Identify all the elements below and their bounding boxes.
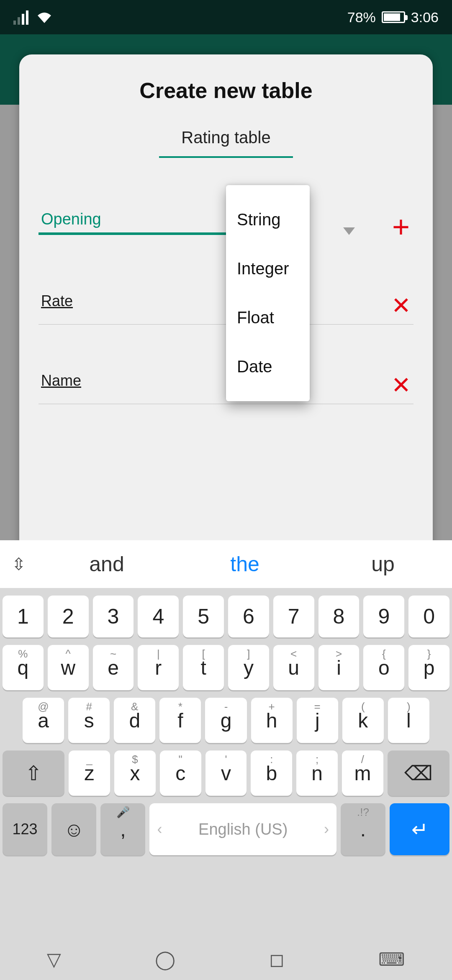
suggestion-3[interactable]: up: [314, 552, 452, 576]
modal-title: Create new table: [39, 78, 413, 103]
key-n[interactable]: ;n: [296, 750, 338, 796]
field-name-label[interactable]: Rate: [39, 288, 189, 314]
battery-icon: [382, 11, 405, 23]
key-e[interactable]: ~e: [93, 645, 134, 690]
battery-percentage: 78%: [347, 9, 376, 26]
nav-bar: ▽ ◯ ◻ ⌨: [0, 938, 452, 980]
key-c[interactable]: "c: [160, 750, 201, 796]
key-j[interactable]: =j: [297, 698, 338, 743]
backspace-icon: ⌫: [404, 761, 433, 785]
add-field-button[interactable]: +: [388, 218, 413, 235]
key-s[interactable]: #s: [68, 698, 110, 743]
table-name-input[interactable]: [159, 128, 293, 158]
nav-recent-icon[interactable]: ◻: [269, 949, 285, 970]
key-space[interactable]: ‹ English (US) ›: [149, 803, 336, 855]
key-row-numbers: 1 2 3 4 5 6 7 8 9 0: [3, 596, 449, 637]
key-w[interactable]: ^w: [48, 645, 89, 690]
soft-keyboard: ⇳ and the up 1 2 3 4 5 6 7 8 9 0 %q ^w ~…: [0, 540, 452, 980]
enter-icon: ↵: [411, 818, 428, 841]
dropdown-item-integer[interactable]: Integer: [226, 244, 310, 293]
key-v[interactable]: 'v: [205, 750, 247, 796]
emoji-icon: ☺: [64, 818, 84, 841]
key-i[interactable]: >i: [318, 645, 360, 690]
key-9[interactable]: 9: [363, 596, 404, 637]
nav-keyboard-icon[interactable]: ⌨: [378, 949, 405, 970]
nav-home-icon[interactable]: ◯: [155, 949, 175, 970]
key-m[interactable]: /m: [342, 750, 383, 796]
key-x[interactable]: $x: [114, 750, 156, 796]
wifi-icon: [36, 11, 53, 25]
key-f[interactable]: *f: [159, 698, 201, 743]
key-y[interactable]: ]y: [228, 645, 269, 690]
key-shift[interactable]: ⇧: [3, 750, 64, 796]
suggestion-1[interactable]: and: [38, 552, 176, 576]
key-q[interactable]: %q: [3, 645, 44, 690]
key-backspace[interactable]: ⌫: [388, 750, 449, 796]
field-name-input[interactable]: [39, 206, 242, 235]
chevron-down-icon[interactable]: [343, 227, 355, 235]
key-l[interactable]: )l: [388, 698, 429, 743]
key-t[interactable]: [t: [183, 645, 224, 690]
dropdown-item-string[interactable]: String: [226, 195, 310, 244]
dropdown-item-float[interactable]: Float: [226, 293, 310, 342]
nav-back-icon[interactable]: ▽: [47, 949, 61, 970]
key-3[interactable]: 3: [93, 596, 134, 637]
status-bar: 78% 3:06: [0, 0, 452, 34]
key-row-3: ⇧ _z $x "c 'v :b ;n /m ⌫: [3, 750, 449, 796]
key-a[interactable]: @a: [23, 698, 64, 743]
key-g[interactable]: -g: [205, 698, 247, 743]
key-row-bottom: 123 ☺ 🎤, ‹ English (US) › .!?. ↵: [3, 803, 449, 855]
key-1[interactable]: 1: [3, 596, 44, 637]
key-0[interactable]: 0: [408, 596, 449, 637]
mic-icon: 🎤: [100, 806, 145, 819]
suggestion-bar: ⇳ and the up: [0, 540, 452, 588]
dropdown-item-date[interactable]: Date: [226, 342, 310, 391]
key-u[interactable]: <u: [273, 645, 314, 690]
key-b[interactable]: :b: [251, 750, 292, 796]
shift-icon: ⇧: [25, 761, 42, 785]
key-enter[interactable]: ↵: [390, 803, 449, 855]
remove-field-button[interactable]: ✕: [388, 297, 413, 314]
key-o[interactable]: {o: [363, 645, 404, 690]
key-h[interactable]: +h: [251, 698, 293, 743]
field-name-label[interactable]: Name: [39, 368, 189, 394]
type-dropdown: String Integer Float Date: [226, 185, 310, 401]
cellular-signal-icon: [13, 10, 28, 25]
key-r[interactable]: |r: [138, 645, 179, 690]
key-5[interactable]: 5: [183, 596, 224, 637]
key-z[interactable]: _z: [69, 750, 110, 796]
remove-field-button[interactable]: ✕: [388, 377, 413, 394]
key-d[interactable]: &d: [114, 698, 155, 743]
key-comma[interactable]: 🎤,: [100, 803, 145, 855]
key-k[interactable]: (k: [342, 698, 384, 743]
chevron-left-icon: ‹: [157, 820, 162, 838]
key-period[interactable]: .!?.: [341, 803, 385, 855]
keyboard-language-label: English (US): [198, 820, 288, 838]
key-8[interactable]: 8: [318, 596, 360, 637]
key-2[interactable]: 2: [48, 596, 89, 637]
suggestion-2[interactable]: the: [176, 552, 314, 576]
key-6[interactable]: 6: [228, 596, 269, 637]
key-7[interactable]: 7: [273, 596, 314, 637]
key-4[interactable]: 4: [138, 596, 179, 637]
status-time: 3:06: [411, 9, 439, 26]
key-123[interactable]: 123: [3, 803, 47, 855]
key-p[interactable]: }p: [408, 645, 449, 690]
chevron-right-icon: ›: [324, 820, 329, 838]
expand-suggestions-icon[interactable]: ⇳: [0, 554, 38, 574]
key-row-2: @a #s &d *f -g +h =j (k )l: [3, 698, 449, 743]
key-row-1: %q ^w ~e |r [t ]y <u >i {o }p: [3, 645, 449, 690]
key-emoji[interactable]: ☺: [51, 803, 96, 855]
